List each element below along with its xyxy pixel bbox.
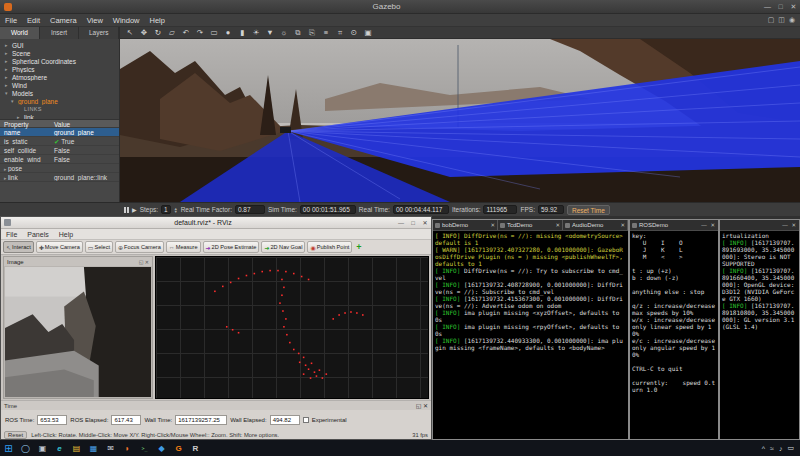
measure-tool-button[interactable]: ↔Measure	[166, 241, 201, 253]
scale-mode-icon[interactable]: ▱	[167, 27, 177, 39]
panel-tab[interactable]: Insert	[40, 27, 80, 39]
close-icon[interactable]: ✕	[419, 219, 431, 226]
pause-button[interactable]	[124, 207, 129, 213]
image-panel-header[interactable]: Image ◱ ✕	[4, 257, 152, 266]
close-icon[interactable]: ✕	[490, 222, 495, 228]
maximize-icon[interactable]: □	[407, 220, 419, 226]
copy-icon[interactable]: ⧉	[293, 27, 303, 39]
steps-spinner-icon[interactable]: ▲▼	[174, 207, 178, 213]
network-icon[interactable]: ≈	[770, 445, 774, 452]
focus-camera-tool-button[interactable]: ⊕Focus Camera	[115, 241, 164, 253]
split-view-icon[interactable]: ◫	[778, 16, 785, 24]
redo-icon[interactable]: ↷	[195, 27, 205, 39]
menu-item[interactable]: File	[0, 16, 22, 25]
directional-light-icon[interactable]: ☼	[279, 27, 289, 39]
tree-item[interactable]: ▸Spherical Coordinates	[0, 57, 119, 65]
start-button[interactable]: ⊞	[0, 440, 17, 456]
view-angle-icon[interactable]: ⊙	[349, 27, 359, 39]
terminal-title-tab[interactable]: TcdDemo ✕	[498, 220, 563, 230]
task-view-button[interactable]: ▣	[34, 440, 51, 456]
tray-expand-icon[interactable]: ^	[762, 445, 765, 452]
menu-item[interactable]: Camera	[45, 16, 82, 25]
tree-item[interactable]: ▸Scene	[0, 49, 119, 57]
file-explorer-icon[interactable]: ▤	[68, 440, 85, 456]
snap-icon[interactable]: ⌗	[335, 27, 345, 39]
minimize-icon[interactable]: —	[395, 220, 407, 226]
time-panel-header[interactable]: Time ◱ ✕	[1, 401, 431, 410]
window-buttons[interactable]: — ✕	[782, 222, 797, 228]
terminal-titlebar[interactable]: ROSDemo — ✕	[630, 220, 718, 231]
panel-dock-icons[interactable]: ◱ ✕	[416, 402, 428, 409]
menu-item[interactable]: Panels	[22, 231, 53, 238]
maximize-icon[interactable]: □	[774, 3, 787, 10]
publish-point-tool-button[interactable]: ◉Publish Point	[307, 241, 352, 253]
property-row[interactable]: linkground_plane::link	[0, 173, 119, 182]
sphere-shape-icon[interactable]: ●	[223, 27, 233, 39]
window-buttons[interactable]: — ✕	[701, 222, 716, 228]
panel-tab[interactable]: World	[0, 27, 40, 39]
menu-item[interactable]: File	[1, 231, 22, 238]
nav-goal-tool-button[interactable]: ➔2D Nav Goal	[261, 241, 305, 253]
gazebo-titlebar[interactable]: Gazebo — □ ✕	[0, 0, 800, 14]
property-row[interactable]: self_collideFalse	[0, 146, 119, 155]
interact-tool-button[interactable]: ↖Interact	[3, 241, 34, 253]
close-icon[interactable]: ✕	[555, 222, 560, 228]
experimental-checkbox[interactable]	[303, 417, 309, 423]
rotate-mode-icon[interactable]: ↻	[153, 27, 163, 39]
edge-icon[interactable]: e	[51, 440, 68, 456]
terminal-title-tab[interactable]: bobDemo ✕	[433, 220, 498, 230]
terminal-output[interactable]: key: U I O J K L M < > t : up (+z) b : d…	[630, 231, 718, 394]
terminal-icon[interactable]: >_	[136, 440, 153, 456]
menu-item[interactable]: Help	[145, 16, 170, 25]
reset-button[interactable]: Reset	[4, 431, 27, 439]
cortana-search-button[interactable]: ◯	[17, 440, 34, 456]
tree-item[interactable]: LINKS	[0, 105, 119, 113]
gazebo-taskbar-icon[interactable]: G	[170, 440, 187, 456]
screenshot-icon[interactable]: ▣	[363, 27, 373, 39]
terminal-output[interactable]: [ INFO] DiffDrive(ns = //): missing <odo…	[433, 231, 628, 352]
fullscreen-icon[interactable]: ▢	[768, 16, 775, 24]
gazebo-3d-viewport[interactable]	[120, 39, 800, 202]
cylinder-shape-icon[interactable]: ▮	[237, 27, 247, 39]
add-tool-button[interactable]: +	[356, 242, 361, 252]
select-tool-button[interactable]: ▭Select	[85, 241, 113, 253]
close-icon[interactable]: ✕	[620, 222, 625, 228]
firefox-icon[interactable]: ◗	[119, 440, 136, 456]
rviz-taskbar-icon[interactable]: R	[187, 440, 204, 456]
box-shape-icon[interactable]: ▭	[209, 27, 219, 39]
tree-item[interactable]: ▸Physics	[0, 65, 119, 73]
rviz-3d-viewport[interactable]	[155, 256, 429, 399]
steps-stepper[interactable]: 1	[161, 205, 171, 214]
terminal-titlebar[interactable]: — ✕	[720, 220, 799, 231]
align-icon[interactable]: ≡	[321, 27, 331, 39]
translate-mode-icon[interactable]: ✥	[139, 27, 149, 39]
panel-tab[interactable]: Layers	[79, 27, 119, 39]
reset-time-button[interactable]: Reset Time	[567, 205, 610, 215]
spot-light-icon[interactable]: ▼	[265, 27, 275, 39]
select-mode-icon[interactable]: ↖	[125, 27, 135, 39]
move-camera-tool-button[interactable]: ✚Move Camera	[36, 241, 83, 253]
tree-item[interactable]: ▸GUI	[0, 41, 119, 49]
tree-item[interactable]: ▸Wind	[0, 81, 119, 89]
menu-item[interactable]: Edit	[22, 16, 45, 25]
tree-item[interactable]: ▸Atmosphere	[0, 73, 119, 81]
terminal-title-tab[interactable]: AudioDemo ✕	[563, 220, 628, 230]
terminal-output[interactable]: irtualization [ INFO] [1617139707.891693…	[720, 231, 799, 331]
menu-item[interactable]: Help	[54, 231, 78, 238]
paste-icon[interactable]: ⎘	[307, 27, 317, 39]
action-center-icon[interactable]: ▭	[787, 444, 794, 452]
undo-icon[interactable]: ↶	[181, 27, 191, 39]
mail-icon[interactable]: ✉	[102, 440, 119, 456]
minimize-icon[interactable]: —	[761, 3, 774, 10]
rviz-titlebar[interactable]: default.rviz* - RViz — □ ✕	[1, 217, 431, 229]
tree-item[interactable]: ▾ground_plane	[0, 97, 119, 105]
volume-icon[interactable]: ♪	[779, 445, 783, 452]
property-row[interactable]: is_staticTrue	[0, 137, 119, 146]
pose-estimate-tool-button[interactable]: ➔2D Pose Estimate	[203, 241, 260, 253]
record-log-icon[interactable]: ◉	[789, 16, 795, 24]
vscode-icon[interactable]: ◆	[153, 440, 170, 456]
menu-item[interactable]: Window	[108, 16, 145, 25]
point-light-icon[interactable]: ☀	[251, 27, 261, 39]
property-row[interactable]: enable_windFalse	[0, 155, 119, 164]
property-row[interactable]: nameground_plane	[0, 128, 119, 137]
